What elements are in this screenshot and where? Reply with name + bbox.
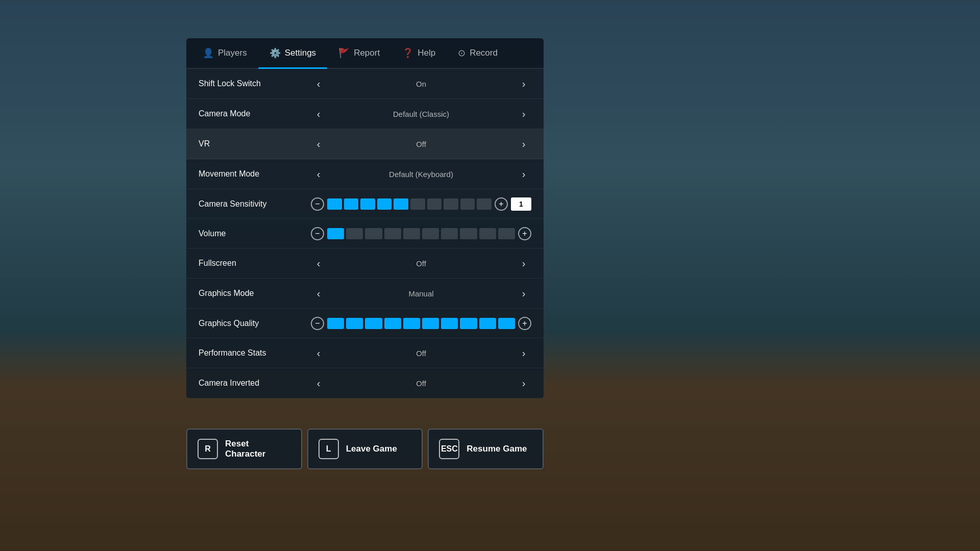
reset-key-badge: R xyxy=(198,439,218,459)
vol-seg-5 xyxy=(403,228,420,239)
vr-value: Off xyxy=(331,140,511,148)
setting-camera-mode: Camera Mode ‹ Default (Classic) › xyxy=(186,99,544,129)
setting-camera-sensitivity: Camera Sensitivity − xyxy=(186,189,544,219)
vol-seg-4 xyxy=(384,228,401,239)
camera-sensitivity-input[interactable] xyxy=(511,197,531,211)
camera-inverted-label: Camera Inverted xyxy=(199,379,311,388)
setting-shift-lock: Shift Lock Switch ‹ On › xyxy=(186,69,544,99)
shift-lock-control: ‹ On › xyxy=(311,76,531,91)
volume-label: Volume xyxy=(199,229,311,238)
tab-record[interactable]: ⊙ Record xyxy=(447,38,509,68)
camera-inverted-value: Off xyxy=(331,379,511,388)
graphics-quality-segments xyxy=(327,318,515,329)
setting-graphics-quality: Graphics Quality − xyxy=(186,309,544,338)
shift-lock-label: Shift Lock Switch xyxy=(199,79,311,88)
graphics-mode-prev[interactable]: ‹ xyxy=(311,286,326,301)
setting-volume: Volume − + xyxy=(186,219,544,248)
camera-sensitivity-minus[interactable]: − xyxy=(311,197,324,211)
fullscreen-label: Fullscreen xyxy=(199,259,311,268)
gq-seg-6 xyxy=(422,318,439,329)
performance-stats-next[interactable]: › xyxy=(516,345,531,361)
gq-seg-7 xyxy=(441,318,458,329)
vr-next[interactable]: › xyxy=(516,136,531,152)
shift-lock-prev[interactable]: ‹ xyxy=(311,76,326,91)
resume-game-button[interactable]: ESC Resume Game xyxy=(428,429,544,469)
volume-control: − + xyxy=(311,227,531,240)
seg-2 xyxy=(344,198,359,210)
camera-mode-prev[interactable]: ‹ xyxy=(311,106,326,121)
performance-stats-prev[interactable]: ‹ xyxy=(311,345,326,361)
gq-seg-10 xyxy=(498,318,515,329)
resume-game-label: Resume Game xyxy=(467,444,527,454)
tab-help[interactable]: ❓ Help xyxy=(391,38,447,68)
reset-character-button[interactable]: R Reset Character xyxy=(186,429,302,469)
tab-report[interactable]: 🚩 Report xyxy=(327,38,391,68)
fullscreen-next[interactable]: › xyxy=(516,256,531,271)
movement-mode-label: Movement Mode xyxy=(199,169,311,179)
setting-graphics-mode: Graphics Mode ‹ Manual › xyxy=(186,279,544,309)
tab-settings-label: Settings xyxy=(285,48,316,58)
fullscreen-value: Off xyxy=(331,259,511,268)
graphics-quality-plus[interactable]: + xyxy=(518,317,531,330)
seg-8 xyxy=(444,198,458,210)
settings-icon: ⚙️ xyxy=(270,47,281,59)
graphics-mode-next[interactable]: › xyxy=(516,286,531,301)
tab-players-label: Players xyxy=(218,48,247,58)
gq-seg-9 xyxy=(479,318,496,329)
gq-seg-1 xyxy=(327,318,344,329)
tab-record-label: Record xyxy=(470,48,498,58)
setting-camera-inverted: Camera Inverted ‹ Off › xyxy=(186,368,544,398)
seg-6 xyxy=(410,198,425,210)
graphics-quality-slider: − + xyxy=(311,317,531,330)
volume-minus[interactable]: − xyxy=(311,227,324,240)
leave-key-badge: L xyxy=(318,439,339,459)
vol-seg-7 xyxy=(441,228,458,239)
camera-inverted-next[interactable]: › xyxy=(516,375,531,391)
report-icon: 🚩 xyxy=(338,47,350,59)
performance-stats-control: ‹ Off › xyxy=(311,345,531,361)
camera-mode-next[interactable]: › xyxy=(516,106,531,121)
camera-mode-control: ‹ Default (Classic) › xyxy=(311,106,531,121)
vr-prev[interactable]: ‹ xyxy=(311,136,326,152)
setting-fullscreen: Fullscreen ‹ Off › xyxy=(186,248,544,279)
camera-mode-value: Default (Classic) xyxy=(331,110,511,118)
record-icon: ⊙ xyxy=(458,47,465,59)
graphics-mode-value: Manual xyxy=(331,289,511,298)
leave-game-button[interactable]: L Leave Game xyxy=(307,429,423,469)
settings-panel: 👤 Players ⚙️ Settings 🚩 Report ❓ Help ⊙ … xyxy=(186,38,544,398)
tab-settings[interactable]: ⚙️ Settings xyxy=(258,38,327,68)
performance-stats-label: Performance Stats xyxy=(199,348,311,358)
gq-seg-4 xyxy=(384,318,401,329)
seg-7 xyxy=(427,198,442,210)
camera-sensitivity-plus[interactable]: + xyxy=(495,197,508,211)
fullscreen-prev[interactable]: ‹ xyxy=(311,256,326,271)
camera-sensitivity-control: − + xyxy=(311,197,531,211)
setting-performance-stats: Performance Stats ‹ Off › xyxy=(186,338,544,368)
volume-plus[interactable]: + xyxy=(518,227,531,240)
camera-mode-label: Camera Mode xyxy=(199,109,311,118)
camera-inverted-control: ‹ Off › xyxy=(311,375,531,391)
graphics-mode-label: Graphics Mode xyxy=(199,289,311,298)
setting-vr: VR ‹ Off › xyxy=(186,129,544,159)
camera-inverted-prev[interactable]: ‹ xyxy=(311,375,326,391)
movement-mode-value: Default (Keyboard) xyxy=(331,170,511,179)
seg-1 xyxy=(327,198,342,210)
seg-3 xyxy=(360,198,375,210)
seg-9 xyxy=(460,198,475,210)
vr-control: ‹ Off › xyxy=(311,136,531,152)
gq-seg-8 xyxy=(460,318,477,329)
fullscreen-control: ‹ Off › xyxy=(311,256,531,271)
reset-character-label: Reset Character xyxy=(225,439,291,459)
seg-4 xyxy=(377,198,392,210)
vol-seg-1 xyxy=(327,228,344,239)
gq-seg-3 xyxy=(365,318,382,329)
camera-sensitivity-label: Camera Sensitivity xyxy=(199,199,311,209)
tab-players[interactable]: 👤 Players xyxy=(191,38,258,68)
graphics-quality-minus[interactable]: − xyxy=(311,317,324,330)
vr-label: VR xyxy=(199,139,311,148)
vol-seg-10 xyxy=(498,228,515,239)
movement-mode-prev[interactable]: ‹ xyxy=(311,166,326,182)
tab-report-label: Report xyxy=(354,48,380,58)
movement-mode-next[interactable]: › xyxy=(516,166,531,182)
shift-lock-next[interactable]: › xyxy=(516,76,531,91)
